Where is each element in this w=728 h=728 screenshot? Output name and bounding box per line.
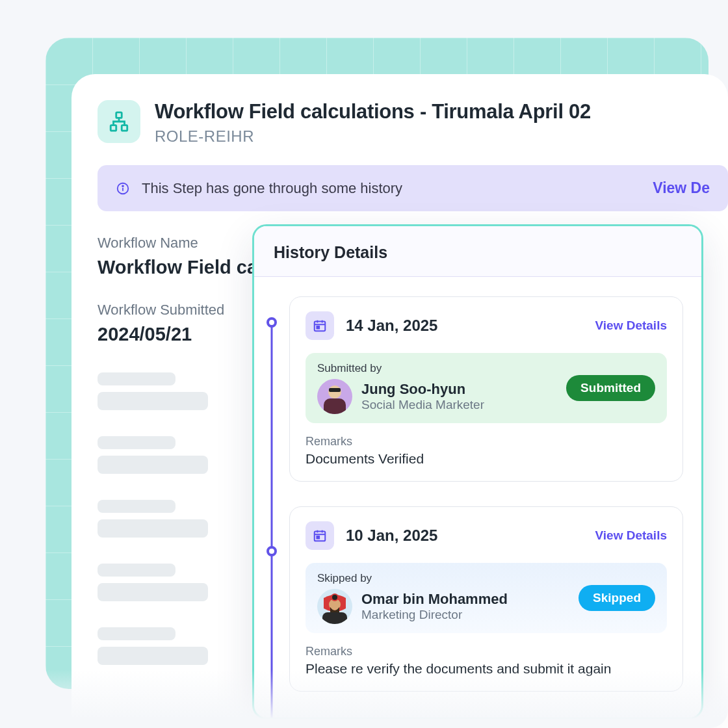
history-details-panel: History Details [252, 224, 703, 720]
history-entry: 10 Jan, 2025 View Details Skipped by [289, 506, 683, 692]
svg-rect-15 [329, 388, 341, 392]
timeline-dot [266, 317, 277, 328]
skeleton-line [98, 519, 208, 538]
actor-name: Omar bin Mohammed [361, 591, 508, 608]
actor-info: Skipped by [317, 572, 578, 624]
skeleton-line [98, 564, 176, 577]
entry-header: 10 Jan, 2025 View Details [306, 521, 667, 550]
hierarchy-icon [108, 110, 130, 133]
svg-rect-25 [322, 612, 347, 624]
remarks-block: Remarks Documents Verified [306, 435, 667, 467]
history-header: History Details [254, 226, 701, 277]
entry-view-details-link[interactable]: View Details [595, 528, 667, 543]
svg-rect-0 [116, 112, 122, 118]
skeleton-line [98, 583, 208, 601]
remarks-text: Please re verify the documents and submi… [306, 661, 667, 677]
actor-text: Jung Soo-hyun Social Media Marketer [361, 381, 484, 412]
avatar [317, 379, 352, 414]
history-cards: 14 Jan, 2025 View Details Submitted by [289, 296, 683, 692]
actor-action-label: Skipped by [317, 572, 578, 585]
skeleton-line [98, 372, 176, 385]
actor-action-label: Submitted by [317, 362, 566, 375]
status-badge: Submitted [566, 375, 655, 401]
actor-row: Omar bin Mohammed Marketing Director [317, 589, 578, 624]
history-banner: This Step has gone through some history … [98, 165, 728, 211]
skeleton-line [98, 392, 208, 410]
skeleton-line [98, 500, 176, 513]
svg-rect-2 [122, 125, 127, 131]
timeline-line [271, 322, 273, 720]
remarks-label: Remarks [306, 645, 667, 658]
calendar-icon [313, 318, 327, 333]
skeleton-line [98, 647, 208, 665]
status-badge: Skipped [578, 585, 655, 611]
svg-rect-1 [110, 125, 116, 131]
history-title: History Details [274, 243, 682, 262]
page-title: Workflow Field calculations - Tirumala A… [155, 100, 591, 124]
entry-view-details-link[interactable]: View Details [595, 318, 667, 333]
remarks-label: Remarks [306, 435, 667, 448]
skeleton-line [98, 436, 176, 449]
svg-rect-20 [317, 536, 319, 539]
header-text: Workflow Field calculations - Tirumala A… [155, 100, 591, 146]
page-subtitle: ROLE-REIHR [155, 127, 591, 146]
skeleton-line [98, 627, 176, 640]
timeline-dot [266, 546, 277, 556]
entry-header: 14 Jan, 2025 View Details [306, 311, 667, 340]
card-header: Workflow Field calculations - Tirumala A… [98, 100, 728, 146]
app-frame: Workflow Field calculations - Tirumala A… [0, 0, 728, 728]
calendar-icon-wrap [306, 521, 334, 550]
actor-info: Submitted by [317, 362, 566, 414]
workflow-icon-wrap [98, 100, 140, 143]
avatar [317, 589, 352, 624]
info-icon [116, 181, 130, 196]
banner-view-details-link[interactable]: View De [653, 179, 710, 197]
banner-text: This Step has gone through some history [142, 180, 641, 197]
history-entry: 14 Jan, 2025 View Details Submitted by [289, 296, 683, 482]
svg-point-24 [332, 594, 338, 601]
actor-role: Marketing Director [361, 608, 508, 622]
svg-rect-14 [324, 398, 346, 414]
actor-name: Jung Soo-hyun [361, 381, 484, 398]
svg-point-5 [122, 185, 124, 187]
actor-box: Skipped by [306, 563, 667, 633]
actor-box: Submitted by [306, 353, 667, 423]
actor-row: Jung Soo-hyun Social Media Marketer [317, 379, 566, 414]
calendar-icon [313, 528, 327, 543]
timeline: 14 Jan, 2025 View Details Submitted by [254, 277, 701, 692]
skeleton-line [98, 456, 208, 474]
actor-role: Social Media Marketer [361, 398, 484, 412]
actor-text: Omar bin Mohammed Marketing Director [361, 591, 508, 622]
remarks-text: Documents Verified [306, 451, 667, 467]
entry-date: 10 Jan, 2025 [346, 526, 583, 545]
svg-rect-10 [317, 326, 319, 329]
remarks-block: Remarks Please re verify the documents a… [306, 645, 667, 677]
calendar-icon-wrap [306, 311, 334, 340]
entry-date: 14 Jan, 2025 [346, 317, 583, 335]
timeline-rail [266, 296, 278, 692]
